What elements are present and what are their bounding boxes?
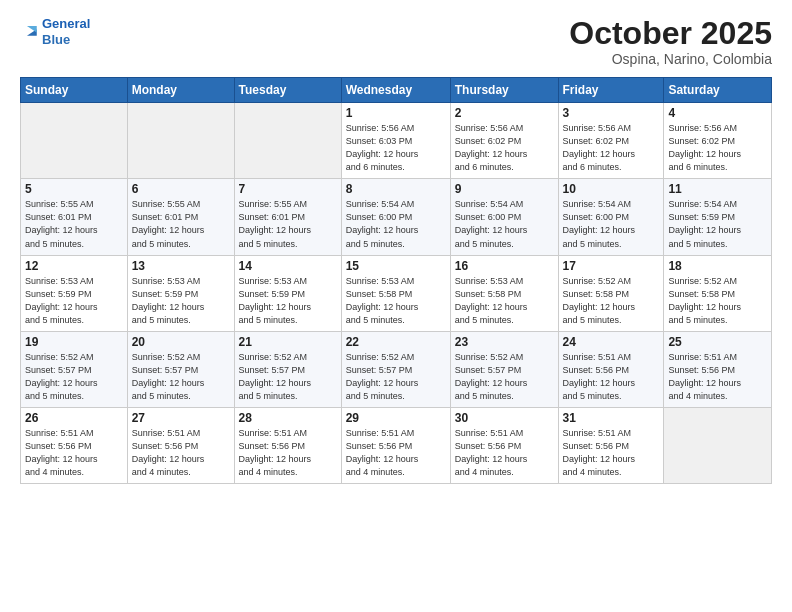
day-info: Sunrise: 5:51 AM Sunset: 5:56 PM Dayligh… (346, 427, 446, 479)
day-info: Sunrise: 5:56 AM Sunset: 6:02 PM Dayligh… (563, 122, 660, 174)
day-info: Sunrise: 5:51 AM Sunset: 5:56 PM Dayligh… (132, 427, 230, 479)
weekday-header-tuesday: Tuesday (234, 78, 341, 103)
day-info: Sunrise: 5:51 AM Sunset: 5:56 PM Dayligh… (455, 427, 554, 479)
day-number: 28 (239, 411, 337, 425)
calendar-cell: 30Sunrise: 5:51 AM Sunset: 5:56 PM Dayli… (450, 407, 558, 483)
day-number: 24 (563, 335, 660, 349)
day-info: Sunrise: 5:52 AM Sunset: 5:57 PM Dayligh… (346, 351, 446, 403)
day-number: 23 (455, 335, 554, 349)
day-number: 20 (132, 335, 230, 349)
day-info: Sunrise: 5:54 AM Sunset: 6:00 PM Dayligh… (455, 198, 554, 250)
calendar-cell: 5Sunrise: 5:55 AM Sunset: 6:01 PM Daylig… (21, 179, 128, 255)
calendar-cell: 3Sunrise: 5:56 AM Sunset: 6:02 PM Daylig… (558, 103, 664, 179)
day-info: Sunrise: 5:53 AM Sunset: 5:59 PM Dayligh… (239, 275, 337, 327)
day-info: Sunrise: 5:56 AM Sunset: 6:02 PM Dayligh… (668, 122, 767, 174)
day-number: 16 (455, 259, 554, 273)
day-info: Sunrise: 5:55 AM Sunset: 6:01 PM Dayligh… (132, 198, 230, 250)
calendar-cell: 11Sunrise: 5:54 AM Sunset: 5:59 PM Dayli… (664, 179, 772, 255)
weekday-header-monday: Monday (127, 78, 234, 103)
logo-line1: General (42, 16, 90, 31)
day-number: 9 (455, 182, 554, 196)
calendar-cell (127, 103, 234, 179)
day-info: Sunrise: 5:51 AM Sunset: 5:56 PM Dayligh… (668, 351, 767, 403)
day-number: 25 (668, 335, 767, 349)
day-number: 19 (25, 335, 123, 349)
calendar-cell: 18Sunrise: 5:52 AM Sunset: 5:58 PM Dayli… (664, 255, 772, 331)
calendar-cell: 1Sunrise: 5:56 AM Sunset: 6:03 PM Daylig… (341, 103, 450, 179)
weekday-header-wednesday: Wednesday (341, 78, 450, 103)
calendar-cell: 12Sunrise: 5:53 AM Sunset: 5:59 PM Dayli… (21, 255, 128, 331)
weekday-header-friday: Friday (558, 78, 664, 103)
calendar-week-5: 26Sunrise: 5:51 AM Sunset: 5:56 PM Dayli… (21, 407, 772, 483)
calendar-cell: 27Sunrise: 5:51 AM Sunset: 5:56 PM Dayli… (127, 407, 234, 483)
day-info: Sunrise: 5:54 AM Sunset: 5:59 PM Dayligh… (668, 198, 767, 250)
day-info: Sunrise: 5:52 AM Sunset: 5:58 PM Dayligh… (668, 275, 767, 327)
weekday-header-thursday: Thursday (450, 78, 558, 103)
day-info: Sunrise: 5:56 AM Sunset: 6:02 PM Dayligh… (455, 122, 554, 174)
calendar-cell: 22Sunrise: 5:52 AM Sunset: 5:57 PM Dayli… (341, 331, 450, 407)
calendar-cell: 9Sunrise: 5:54 AM Sunset: 6:00 PM Daylig… (450, 179, 558, 255)
day-number: 6 (132, 182, 230, 196)
calendar-cell: 20Sunrise: 5:52 AM Sunset: 5:57 PM Dayli… (127, 331, 234, 407)
day-info: Sunrise: 5:53 AM Sunset: 5:59 PM Dayligh… (132, 275, 230, 327)
day-number: 5 (25, 182, 123, 196)
calendar-cell: 23Sunrise: 5:52 AM Sunset: 5:57 PM Dayli… (450, 331, 558, 407)
calendar-cell: 24Sunrise: 5:51 AM Sunset: 5:56 PM Dayli… (558, 331, 664, 407)
day-number: 12 (25, 259, 123, 273)
day-number: 4 (668, 106, 767, 120)
page: General Blue October 2025 Ospina, Narino… (0, 0, 792, 612)
calendar-week-4: 19Sunrise: 5:52 AM Sunset: 5:57 PM Dayli… (21, 331, 772, 407)
calendar-cell: 8Sunrise: 5:54 AM Sunset: 6:00 PM Daylig… (341, 179, 450, 255)
calendar-cell: 4Sunrise: 5:56 AM Sunset: 6:02 PM Daylig… (664, 103, 772, 179)
day-number: 3 (563, 106, 660, 120)
day-number: 27 (132, 411, 230, 425)
day-info: Sunrise: 5:53 AM Sunset: 5:58 PM Dayligh… (455, 275, 554, 327)
calendar-cell: 25Sunrise: 5:51 AM Sunset: 5:56 PM Dayli… (664, 331, 772, 407)
calendar-cell (664, 407, 772, 483)
calendar-week-1: 1Sunrise: 5:56 AM Sunset: 6:03 PM Daylig… (21, 103, 772, 179)
calendar-week-2: 5Sunrise: 5:55 AM Sunset: 6:01 PM Daylig… (21, 179, 772, 255)
calendar-cell: 26Sunrise: 5:51 AM Sunset: 5:56 PM Dayli… (21, 407, 128, 483)
day-number: 11 (668, 182, 767, 196)
day-number: 31 (563, 411, 660, 425)
day-number: 18 (668, 259, 767, 273)
calendar-cell: 28Sunrise: 5:51 AM Sunset: 5:56 PM Dayli… (234, 407, 341, 483)
day-info: Sunrise: 5:51 AM Sunset: 5:56 PM Dayligh… (563, 427, 660, 479)
calendar-cell: 7Sunrise: 5:55 AM Sunset: 6:01 PM Daylig… (234, 179, 341, 255)
day-info: Sunrise: 5:53 AM Sunset: 5:59 PM Dayligh… (25, 275, 123, 327)
calendar-cell: 29Sunrise: 5:51 AM Sunset: 5:56 PM Dayli… (341, 407, 450, 483)
calendar-cell: 6Sunrise: 5:55 AM Sunset: 6:01 PM Daylig… (127, 179, 234, 255)
calendar-cell: 31Sunrise: 5:51 AM Sunset: 5:56 PM Dayli… (558, 407, 664, 483)
day-info: Sunrise: 5:52 AM Sunset: 5:57 PM Dayligh… (455, 351, 554, 403)
day-info: Sunrise: 5:52 AM Sunset: 5:57 PM Dayligh… (239, 351, 337, 403)
subtitle: Ospina, Narino, Colombia (569, 51, 772, 67)
month-title: October 2025 (569, 16, 772, 51)
calendar-cell: 19Sunrise: 5:52 AM Sunset: 5:57 PM Dayli… (21, 331, 128, 407)
calendar-cell: 21Sunrise: 5:52 AM Sunset: 5:57 PM Dayli… (234, 331, 341, 407)
day-number: 15 (346, 259, 446, 273)
calendar-cell (21, 103, 128, 179)
day-info: Sunrise: 5:56 AM Sunset: 6:03 PM Dayligh… (346, 122, 446, 174)
header: General Blue October 2025 Ospina, Narino… (20, 16, 772, 67)
day-number: 2 (455, 106, 554, 120)
day-number: 30 (455, 411, 554, 425)
day-number: 17 (563, 259, 660, 273)
day-number: 14 (239, 259, 337, 273)
calendar-cell: 2Sunrise: 5:56 AM Sunset: 6:02 PM Daylig… (450, 103, 558, 179)
logo-text: General Blue (42, 16, 90, 47)
calendar-cell: 10Sunrise: 5:54 AM Sunset: 6:00 PM Dayli… (558, 179, 664, 255)
day-number: 8 (346, 182, 446, 196)
title-block: October 2025 Ospina, Narino, Colombia (569, 16, 772, 67)
calendar-cell: 13Sunrise: 5:53 AM Sunset: 5:59 PM Dayli… (127, 255, 234, 331)
day-info: Sunrise: 5:51 AM Sunset: 5:56 PM Dayligh… (563, 351, 660, 403)
day-number: 13 (132, 259, 230, 273)
day-number: 26 (25, 411, 123, 425)
day-info: Sunrise: 5:55 AM Sunset: 6:01 PM Dayligh… (25, 198, 123, 250)
calendar-cell: 14Sunrise: 5:53 AM Sunset: 5:59 PM Dayli… (234, 255, 341, 331)
calendar-week-3: 12Sunrise: 5:53 AM Sunset: 5:59 PM Dayli… (21, 255, 772, 331)
day-info: Sunrise: 5:54 AM Sunset: 6:00 PM Dayligh… (346, 198, 446, 250)
weekday-header-saturday: Saturday (664, 78, 772, 103)
day-info: Sunrise: 5:52 AM Sunset: 5:57 PM Dayligh… (132, 351, 230, 403)
day-number: 1 (346, 106, 446, 120)
day-number: 21 (239, 335, 337, 349)
